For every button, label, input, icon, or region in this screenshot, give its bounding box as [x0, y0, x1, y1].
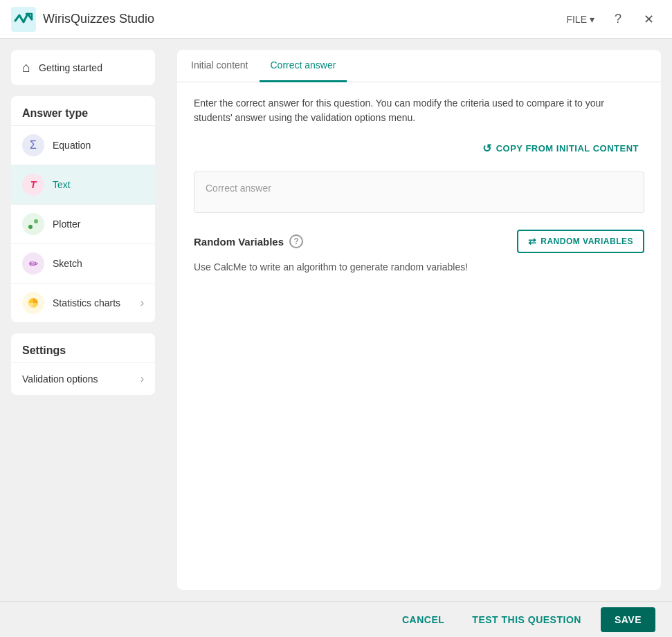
close-button[interactable]: ✕: [636, 7, 661, 32]
settings-title: Settings: [11, 333, 155, 362]
svg-point-1: [28, 225, 33, 229]
answer-type-statistics-charts[interactable]: Statistics charts ›: [11, 283, 155, 322]
save-button[interactable]: SAVE: [601, 607, 655, 632]
statistics-chevron-icon: ›: [140, 297, 144, 309]
random-variables-header: Random Variables ? ⇄ RANDOM VARIABLES: [194, 230, 644, 253]
random-variables-help-icon[interactable]: ?: [289, 234, 303, 248]
answer-type-equation[interactable]: Σ Equation: [11, 125, 155, 165]
app-title: WirisQuizzes Studio: [43, 12, 154, 26]
app-header: WirisQuizzes Studio FILE ▾ ? ✕: [0, 0, 672, 39]
content-card: Initial content Correct answer Enter the…: [177, 50, 661, 590]
tab-initial-content[interactable]: Initial content: [180, 50, 260, 82]
plotter-label: Plotter: [53, 219, 80, 230]
settings-card: Settings Validation options ›: [11, 333, 155, 395]
help-button[interactable]: ?: [606, 7, 630, 32]
statistics-charts-label: Statistics charts: [53, 297, 120, 308]
description-text: Enter the correct answer for this questi…: [194, 96, 644, 125]
app-logo: [11, 7, 36, 32]
file-label: FILE: [566, 14, 587, 25]
answer-type-card: Answer type Σ Equation T Text Plotter: [11, 96, 155, 322]
cancel-button[interactable]: CANCEL: [394, 609, 453, 631]
sketch-label: Sketch: [53, 258, 82, 269]
answer-type-title: Answer type: [11, 96, 155, 125]
random-variables-title: Random Variables: [194, 236, 284, 248]
sidebar: ⌂ Getting started Answer type Σ Equation…: [0, 39, 166, 601]
random-variables-description: Use CalcMe to write an algorithm to gene…: [194, 261, 644, 273]
rv-title-group: Random Variables ?: [194, 234, 303, 248]
chevron-down-icon: ▾: [590, 14, 594, 25]
logo-group: WirisQuizzes Studio: [11, 7, 154, 32]
answer-placeholder: Correct answer: [206, 183, 271, 194]
getting-started-label: Getting started: [39, 62, 102, 73]
validation-options-item[interactable]: Validation options ›: [11, 362, 155, 395]
plotter-icon: [22, 213, 44, 235]
answer-type-sketch[interactable]: ✏ Sketch: [11, 243, 155, 283]
file-menu-button[interactable]: FILE ▾: [561, 10, 600, 29]
copy-from-initial-button[interactable]: ↺ COPY FROM INITIAL CONTENT: [477, 139, 644, 158]
tab-correct-answer[interactable]: Correct answer: [260, 50, 347, 82]
answer-type-text[interactable]: T Text: [11, 165, 155, 204]
rv-button-label: RANDOM VARIABLES: [541, 237, 633, 246]
main-layout: ⌂ Getting started Answer type Σ Equation…: [0, 39, 672, 601]
content-body: Enter the correct answer for this questi…: [177, 82, 661, 590]
help-icon: ?: [615, 12, 621, 26]
svg-point-2: [34, 219, 38, 223]
copy-btn-label: COPY FROM INITIAL CONTENT: [496, 143, 639, 154]
rv-button-icon: ⇄: [528, 236, 537, 247]
random-variables-button[interactable]: ⇄ RANDOM VARIABLES: [517, 230, 644, 253]
content-area: Initial content Correct answer Enter the…: [166, 39, 672, 601]
text-icon: T: [22, 174, 44, 196]
equation-icon: Σ: [22, 134, 44, 156]
text-label: Text: [53, 179, 71, 190]
tab-bar: Initial content Correct answer: [177, 50, 661, 82]
correct-answer-input[interactable]: Correct answer: [194, 172, 644, 213]
header-right-controls: FILE ▾ ? ✕: [561, 7, 661, 32]
copy-icon: ↺: [482, 142, 492, 155]
getting-started-card: ⌂ Getting started: [11, 50, 155, 85]
stats-icon: [22, 292, 44, 314]
home-icon: ⌂: [22, 59, 30, 75]
close-icon: ✕: [644, 12, 654, 27]
equation-label: Equation: [53, 140, 91, 151]
sketch-icon: ✏: [22, 252, 44, 275]
footer: CANCEL TEST THIS QUESTION SAVE: [0, 601, 672, 637]
getting-started-item[interactable]: ⌂ Getting started: [11, 50, 155, 85]
test-question-button[interactable]: TEST THIS QUESTION: [464, 609, 590, 631]
answer-type-plotter[interactable]: Plotter: [11, 204, 155, 243]
validation-chevron-icon: ›: [140, 373, 144, 385]
validation-options-label: Validation options: [22, 373, 98, 385]
copy-header: ↺ COPY FROM INITIAL CONTENT: [194, 139, 644, 166]
